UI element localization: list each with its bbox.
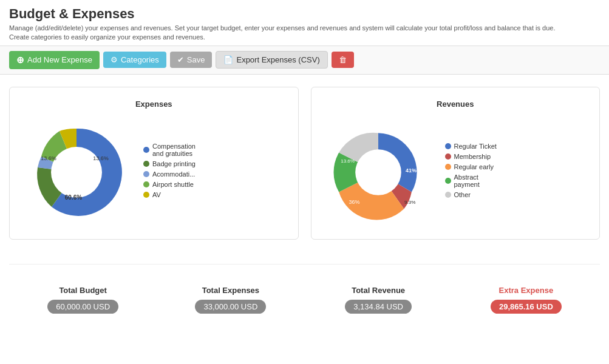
page-title: Budget & Expenses [9,6,600,22]
svg-text:41%: 41% [405,167,416,174]
charts-row: Expenses [9,87,600,240]
legend-dot-other [445,192,451,198]
extra-expense-label: Extra Expense [461,286,591,295]
revenues-donut: 41% 9.3% 36% 13.6% [324,118,433,227]
legend-dot-compensation [143,147,149,153]
total-expenses-label: Total Expenses [166,286,295,295]
stat-total-budget: Total Budget 60,000.00 USD [9,277,157,323]
legend-dot-membership [445,153,451,160]
extra-expense-value: 29,865.16 USD [491,300,562,314]
stats-row: Total Budget 60,000.00 USD Total Expense… [9,277,600,323]
check-icon: ✔ [177,55,184,64]
legend-dot-accommodation [143,171,149,177]
legend-dot-regular-early [445,164,451,170]
content-area: Expenses [0,75,609,335]
svg-text:13.6%: 13.6% [341,158,355,164]
export-icon: 📄 [223,55,233,64]
total-budget-label: Total Budget [18,286,148,295]
revenues-chart-inner: 41% 9.3% 36% 13.6% Regular Ticket Member… [324,118,588,227]
expenses-chart-container: Expenses [9,87,299,240]
stat-extra-expense: Extra Expense 29,865.16 USD [452,277,600,323]
stat-total-revenue: Total Revenue 3,134.84 USD [305,277,452,323]
revenues-chart-container: Revenues [311,87,600,240]
total-revenue-value: 3,134.84 USD [345,300,412,314]
expenses-donut: 60.6% 13.6% 13.6% [22,118,131,227]
trash-icon: 🗑 [339,55,347,64]
total-budget-value: 60,000.00 USD [47,300,118,314]
legend-dot-airport [143,181,149,187]
legend-dot-badge [143,161,149,167]
legend-item-regular-early: Regular early [445,163,497,170]
svg-text:13.6%: 13.6% [41,155,56,161]
legend-item-av: AV [143,191,196,198]
svg-point-4 [355,149,401,195]
svg-text:9.3%: 9.3% [404,200,415,205]
legend-item-membership: Membership [445,153,497,160]
delete-button[interactable]: 🗑 [332,52,354,68]
expenses-chart-inner: 60.6% 13.6% 13.6% Compensationand gratui… [22,118,286,227]
categories-button[interactable]: ⚙ Categories [103,52,166,68]
svg-point-0 [51,147,102,198]
export-button[interactable]: 📄 Export Expenses (CSV) [216,51,327,69]
legend-item-accommodation: Acommodati... [143,170,196,178]
add-expense-button[interactable]: ⊕ Add New Expense [9,51,100,69]
legend-item-regular-ticket: Regular Ticket [445,143,497,150]
total-revenue-label: Total Revenue [314,286,443,295]
plus-icon: ⊕ [16,55,24,66]
legend-dot-av [143,192,149,198]
legend-dot-regular-ticket [445,143,451,149]
legend-item-other: Other [445,191,497,198]
revenues-chart-title: Revenues [324,99,588,109]
toolbar: ⊕ Add New Expense ⚙ Categories ✔ Save 📄 … [0,46,609,75]
svg-text:36%: 36% [349,199,359,205]
svg-text:60.6%: 60.6% [65,194,82,201]
expenses-legend: Compensationand gratuities Badge printin… [143,143,196,201]
stats-divider [9,264,600,265]
page-header: Budget & Expenses Manage (add/edit/delet… [0,0,609,46]
legend-item-badge: Badge printing [143,160,196,167]
svg-text:13.6%: 13.6% [93,155,109,161]
page-subtitle: Manage (add/edit/delete) your expenses a… [9,24,556,42]
save-button[interactable]: ✔ Save [170,52,213,68]
gear-icon: ⚙ [111,55,118,64]
expenses-chart-title: Expenses [22,99,286,109]
revenues-legend: Regular Ticket Membership Regular early … [445,143,497,201]
total-expenses-value: 33,000.00 USD [195,300,266,314]
legend-item-airport: Airport shuttle [143,181,196,188]
legend-item-compensation: Compensationand gratuities [143,143,196,157]
legend-item-abstract: Abstractpayment [445,174,497,188]
stat-total-expenses: Total Expenses 33,000.00 USD [157,277,304,323]
legend-dot-abstract [445,178,451,184]
